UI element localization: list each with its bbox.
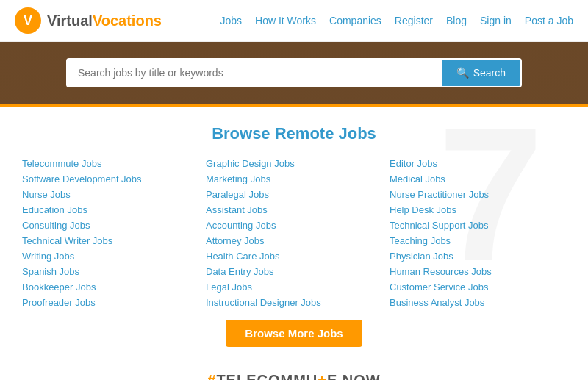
nav-sign-in[interactable]: Sign in	[480, 15, 512, 26]
job-link[interactable]: Technical Writer Jobs	[22, 235, 198, 246]
job-link[interactable]: Bookkeeper Jobs	[22, 282, 198, 293]
telecommute-line1: #TELECOMMU+E NOW	[0, 372, 588, 380]
job-link[interactable]: Nurse Jobs	[22, 189, 198, 200]
job-link[interactable]: Education Jobs	[22, 204, 198, 215]
nav-post-job[interactable]: Post a Job	[525, 15, 573, 26]
nav-register[interactable]: Register	[395, 15, 433, 26]
job-link[interactable]: Assistant Jobs	[206, 204, 382, 215]
job-link[interactable]: Instructional Designer Jobs	[206, 297, 382, 308]
browse-title: Browse Remote Jobs	[22, 124, 566, 143]
job-column-2: Graphic Design Jobs Marketing Jobs Paral…	[206, 158, 382, 308]
browse-more-area: Browse More Jobs	[22, 308, 566, 357]
job-link[interactable]: Customer Service Jobs	[390, 282, 566, 293]
job-link[interactable]: Legal Jobs	[206, 282, 382, 293]
job-link[interactable]: Medical Jobs	[390, 173, 566, 184]
logo-vocations: Vocations	[93, 12, 162, 29]
nav-how-it-works[interactable]: How It Works	[255, 15, 316, 26]
job-link[interactable]: Attorney Jobs	[206, 235, 382, 246]
logo-area: V VirtualVocations	[15, 7, 162, 34]
search-bar: 🔍 Search	[66, 58, 522, 87]
search-icon: 🔍	[456, 67, 469, 79]
header: V VirtualVocations Jobs How It Works Com…	[0, 0, 588, 42]
job-link[interactable]: Proofreader Jobs	[22, 297, 198, 308]
job-link[interactable]: Health Care Jobs	[206, 251, 382, 262]
hero-section: 🔍 Search	[0, 42, 588, 104]
search-button[interactable]: 🔍 Search	[442, 60, 520, 86]
telecommute-banner: #TELECOMMU+E NOW COVID -19 RESPONSE	[0, 365, 588, 380]
logo-text: VirtualVocations	[47, 12, 162, 29]
browse-section: Browse Remote Jobs Telecommute Jobs Soft…	[0, 107, 588, 365]
job-column-3: Editor Jobs Medical Jobs Nurse Practitio…	[390, 158, 566, 308]
job-link[interactable]: Paralegal Jobs	[206, 189, 382, 200]
job-link[interactable]: Spanish Jobs	[22, 266, 198, 277]
hash-symbol: #	[207, 372, 216, 380]
job-link[interactable]: Physician Jobs	[390, 251, 566, 262]
job-link[interactable]: Telecommute Jobs	[22, 158, 198, 169]
search-button-label: Search	[473, 67, 506, 79]
job-link[interactable]: Data Entry Jobs	[206, 266, 382, 277]
nav-blog[interactable]: Blog	[446, 15, 467, 26]
job-link[interactable]: Editor Jobs	[390, 158, 566, 169]
job-link[interactable]: Writing Jobs	[22, 251, 198, 262]
job-column-1: Telecommute Jobs Software Development Jo…	[22, 158, 198, 308]
nav-jobs[interactable]: Jobs	[220, 15, 242, 26]
job-link[interactable]: Teaching Jobs	[390, 235, 566, 246]
nav-companies[interactable]: Companies	[329, 15, 381, 26]
logo-icon: V	[15, 7, 41, 34]
job-link[interactable]: Software Development Jobs	[22, 173, 198, 184]
enow-text: E NOW	[327, 372, 381, 380]
job-link[interactable]: Business Analyst Jobs	[390, 297, 566, 308]
job-link[interactable]: Consulting Jobs	[22, 220, 198, 231]
main-nav: Jobs How It Works Companies Register Blo…	[220, 15, 573, 26]
plus-icon: +	[318, 372, 327, 380]
job-link[interactable]: Human Resources Jobs	[390, 266, 566, 277]
job-link[interactable]: Marketing Jobs	[206, 173, 382, 184]
telecommute-text: TELECOMMU	[216, 372, 318, 380]
logo-virtual: Virtual	[47, 12, 93, 29]
job-link[interactable]: Help Desk Jobs	[390, 204, 566, 215]
job-link[interactable]: Accounting Jobs	[206, 220, 382, 231]
job-link[interactable]: Nurse Practitioner Jobs	[390, 189, 566, 200]
search-input[interactable]	[68, 60, 442, 86]
browse-more-button[interactable]: Browse More Jobs	[226, 320, 362, 347]
job-link[interactable]: Technical Support Jobs	[390, 220, 566, 231]
jobs-grid: Telecommute Jobs Software Development Jo…	[22, 158, 566, 308]
job-link[interactable]: Graphic Design Jobs	[206, 158, 382, 169]
